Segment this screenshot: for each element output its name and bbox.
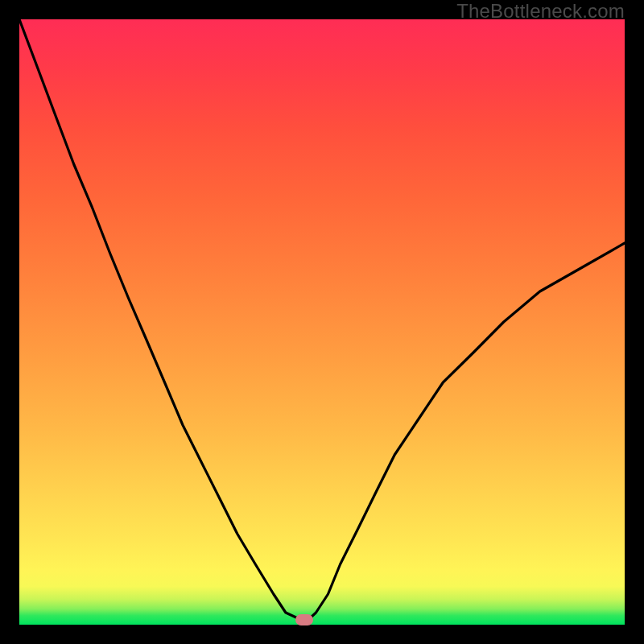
plot-frame: [19, 19, 625, 625]
watermark-text: TheBottleneck.com: [456, 0, 625, 23]
minimum-marker: [295, 614, 313, 625]
bottleneck-curve: [19, 19, 625, 625]
curve-path: [19, 19, 625, 618]
